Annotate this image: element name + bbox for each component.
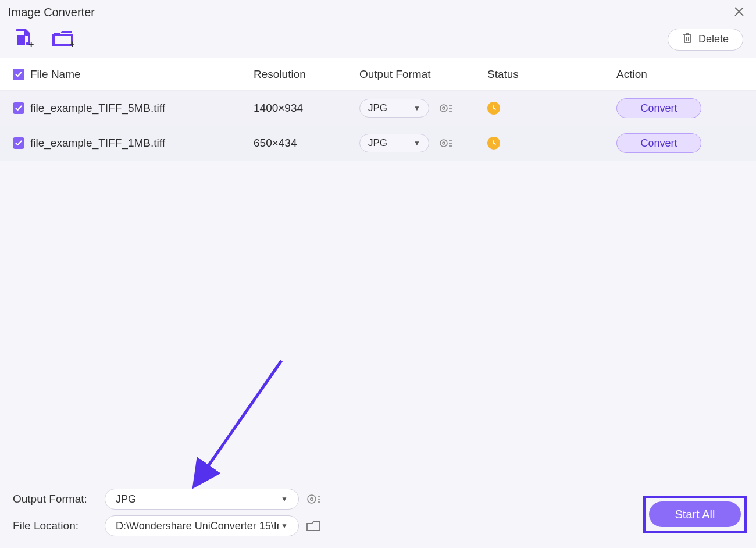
svg-line-15 xyxy=(199,361,281,479)
trash-icon xyxy=(682,32,693,47)
col-filename: File Name xyxy=(30,68,254,81)
pending-icon xyxy=(487,102,500,115)
chevron-down-icon: ▼ xyxy=(281,495,288,503)
output-format-label: Output Format: xyxy=(13,493,98,506)
bottom-bar: Output Format: JPG ▼ File Location: D:\W… xyxy=(0,489,756,548)
format-value: JPG xyxy=(368,137,387,149)
titlebar: Image Converter xyxy=(0,0,756,24)
col-resolution: Resolution xyxy=(254,68,359,81)
file-location-label: File Location: xyxy=(13,519,98,532)
chevron-down-icon: ▼ xyxy=(413,139,420,147)
toolbar: + + Delete xyxy=(0,24,756,58)
svg-point-10 xyxy=(440,140,447,147)
output-format-select[interactable]: JPG ▼ xyxy=(105,489,299,510)
file-location-select[interactable]: D:\Wondershare UniConverter 15\Im ▼ xyxy=(105,515,299,536)
col-action: Action xyxy=(616,68,743,81)
delete-label: Delete xyxy=(698,33,729,45)
row-checkbox[interactable] xyxy=(13,137,24,149)
table-row: file_example_TIFF_1MB.tiff 650×434 JPG ▼… xyxy=(0,126,756,161)
settings-icon[interactable] xyxy=(306,492,321,506)
convert-button[interactable]: Convert xyxy=(616,133,701,153)
svg-point-17 xyxy=(311,498,313,501)
file-name: file_example_TIFF_1MB.tiff xyxy=(30,137,254,150)
delete-button[interactable]: Delete xyxy=(668,29,743,51)
svg-point-6 xyxy=(443,107,445,109)
format-value: JPG xyxy=(368,102,387,114)
file-location-value: D:\Wondershare UniConverter 15\Im xyxy=(116,520,279,532)
window-title: Image Converter xyxy=(8,6,95,19)
add-file-icon[interactable]: + xyxy=(13,28,34,51)
svg-point-5 xyxy=(440,105,447,112)
format-select[interactable]: JPG ▼ xyxy=(359,99,429,118)
row-checkbox[interactable] xyxy=(13,102,24,114)
format-select[interactable]: JPG ▼ xyxy=(359,134,429,152)
svg-rect-2 xyxy=(17,35,25,45)
close-icon[interactable] xyxy=(733,5,746,20)
svg-text:+: + xyxy=(70,39,74,48)
svg-text:+: + xyxy=(28,40,34,49)
file-name: file_example_TIFF_5MB.tiff xyxy=(30,102,254,115)
table-row: file_example_TIFF_5MB.tiff 1400×934 JPG … xyxy=(0,91,756,126)
settings-icon[interactable] xyxy=(438,102,452,115)
select-all-checkbox[interactable] xyxy=(13,69,24,80)
folder-icon[interactable] xyxy=(306,519,321,532)
convert-button[interactable]: Convert xyxy=(616,98,701,118)
start-all-button[interactable]: Start All xyxy=(649,501,741,527)
file-resolution: 650×434 xyxy=(254,137,359,150)
svg-point-16 xyxy=(308,495,316,503)
svg-point-11 xyxy=(443,142,445,144)
chevron-down-icon: ▼ xyxy=(413,104,420,112)
settings-icon[interactable] xyxy=(438,137,452,150)
file-resolution: 1400×934 xyxy=(254,102,359,115)
col-status: Status xyxy=(487,68,616,81)
chevron-down-icon: ▼ xyxy=(281,522,288,530)
add-folder-icon[interactable]: + xyxy=(52,29,74,51)
table-header: File Name Resolution Output Format Statu… xyxy=(0,58,756,91)
start-all-highlight: Start All xyxy=(643,496,747,533)
col-format: Output Format xyxy=(359,68,487,81)
file-list: file_example_TIFF_5MB.tiff 1400×934 JPG … xyxy=(0,91,756,161)
pending-icon xyxy=(487,137,500,150)
output-format-value: JPG xyxy=(116,493,136,506)
